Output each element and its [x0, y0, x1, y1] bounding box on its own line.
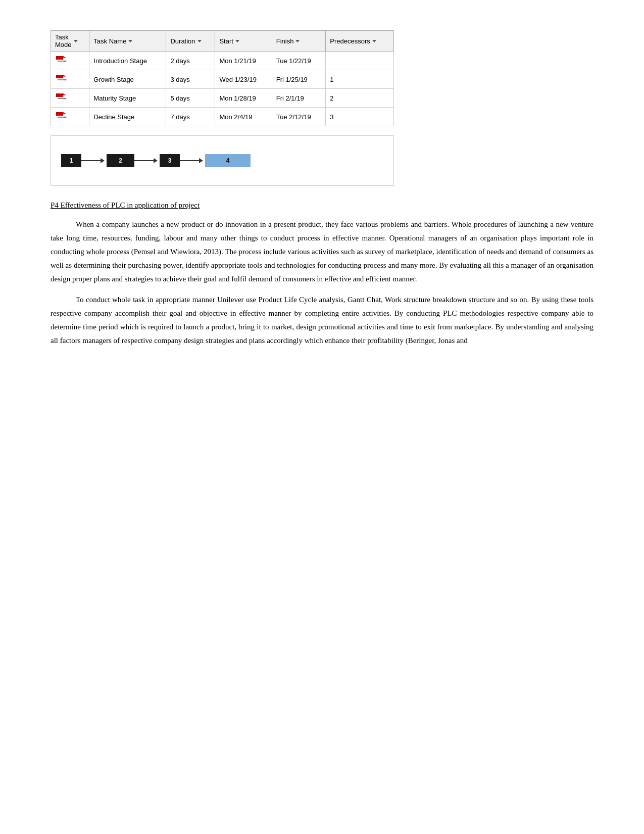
svg-marker-5 [63, 75, 66, 78]
duration-4: 7 days [166, 108, 215, 126]
th-task-name[interactable]: Task Name [89, 31, 166, 52]
task-mode-cell-4 [51, 108, 89, 126]
gantt-arrow-2 [134, 158, 160, 163]
th-duration-label: Duration [170, 37, 195, 45]
th-finish[interactable]: Finish [272, 31, 326, 52]
table-row: Decline Stage 7 days Mon 2/4/19 Tue 2/12… [51, 108, 394, 126]
predecessors-4: 3 [326, 108, 394, 126]
task-mode-icon-3 [55, 92, 67, 103]
finish-4: Tue 2/12/19 [272, 108, 326, 126]
gantt-bar-3: 3 [160, 154, 180, 167]
svg-marker-7 [65, 79, 67, 81]
th-predecessors-label: Predecessors [330, 37, 370, 45]
duration-1: 2 days [166, 52, 215, 70]
gantt-bar-group-3: 3 [160, 154, 180, 167]
task-name-2: Growth Stage [89, 70, 166, 89]
gantt-arrow-3 [180, 158, 205, 163]
sort-arrow-duration-icon [197, 40, 202, 42]
start-4: Mon 2/4/19 [215, 108, 272, 126]
table-header-row: TaskMode Task Name Duration [51, 31, 394, 52]
start-1: Mon 1/21/19 [215, 52, 272, 70]
paragraph-2: To conduct whole task in appropriate man… [51, 293, 593, 348]
start-2: Wed 1/23/19 [215, 70, 272, 89]
svg-marker-1 [63, 56, 66, 60]
gantt-chart-section: 1 2 3 [51, 135, 394, 186]
gantt-bar-label-2: 2 [119, 157, 122, 164]
task-mode-cell-2 [51, 70, 89, 89]
svg-rect-8 [56, 93, 63, 97]
start-3: Mon 1/28/19 [215, 89, 272, 108]
task-mode-icon-1 [55, 55, 67, 65]
paragraph-1: When a company launches a new product or… [51, 218, 593, 286]
duration-2: 3 days [166, 70, 215, 89]
task-mode-icon-2 [55, 74, 67, 84]
task-name-1: Introduction Stage [89, 52, 166, 70]
gantt-bar-group-2: 2 [107, 154, 134, 167]
gantt-bar-group-1: 1 [61, 154, 81, 167]
svg-marker-9 [63, 93, 66, 97]
gantt-bar-label-3: 3 [168, 157, 172, 164]
section-heading: P4 Effectiveness of PLC in application o… [51, 201, 593, 210]
sort-arrow-task-mode-icon [74, 40, 78, 42]
table-row: Introduction Stage 2 days Mon 1/21/19 Tu… [51, 52, 394, 70]
th-start[interactable]: Start [215, 31, 272, 52]
duration-3: 5 days [166, 89, 215, 108]
svg-marker-11 [65, 97, 67, 100]
gantt-bar-1: 1 [61, 154, 81, 167]
gantt-arrow-1 [81, 158, 107, 163]
predecessors-2: 1 [326, 70, 394, 89]
gantt-bars: 1 2 3 [61, 151, 383, 171]
task-name-4: Decline Stage [89, 108, 166, 126]
task-name-3: Maturity Stage [89, 89, 166, 108]
th-start-label: Start [219, 37, 233, 45]
th-finish-label: Finish [276, 37, 294, 45]
table-row: Growth Stage 3 days Wed 1/23/19 Fri 1/25… [51, 70, 394, 89]
task-mode-icon-4 [55, 111, 67, 121]
svg-marker-15 [65, 116, 67, 118]
svg-marker-3 [65, 60, 67, 62]
svg-marker-13 [63, 112, 66, 116]
predecessors-1 [326, 52, 394, 70]
th-task-mode[interactable]: TaskMode [51, 31, 89, 52]
sort-arrow-predecessors-icon [372, 40, 376, 42]
sort-arrow-finish-icon [295, 40, 300, 42]
svg-rect-4 [56, 75, 63, 78]
sort-arrow-start-icon [235, 40, 239, 42]
sort-arrow-task-name-icon [128, 40, 132, 42]
gantt-table-section: TaskMode Task Name Duration [51, 30, 593, 126]
th-duration[interactable]: Duration [166, 31, 215, 52]
task-mode-cell-1 [51, 52, 89, 70]
finish-2: Fri 1/25/19 [272, 70, 326, 89]
predecessors-3: 2 [326, 89, 394, 108]
svg-rect-12 [56, 112, 63, 116]
gantt-bar-group-4: 4 [205, 154, 251, 167]
task-mode-cell-3 [51, 89, 89, 108]
th-predecessors[interactable]: Predecessors [326, 31, 394, 52]
gantt-bar-4: 4 [205, 154, 251, 167]
gantt-bar-2: 2 [107, 154, 134, 167]
th-task-name-label: Task Name [93, 37, 126, 45]
gantt-bar-label-1: 1 [70, 157, 73, 164]
finish-3: Fri 2/1/19 [272, 89, 326, 108]
th-task-mode-label: TaskMode [55, 33, 72, 48]
table-row: Maturity Stage 5 days Mon 1/28/19 Fri 2/… [51, 89, 394, 108]
gantt-bar-label-4: 4 [226, 157, 230, 164]
finish-1: Tue 1/22/19 [272, 52, 326, 70]
svg-rect-0 [56, 56, 63, 60]
gantt-table: TaskMode Task Name Duration [51, 30, 394, 126]
